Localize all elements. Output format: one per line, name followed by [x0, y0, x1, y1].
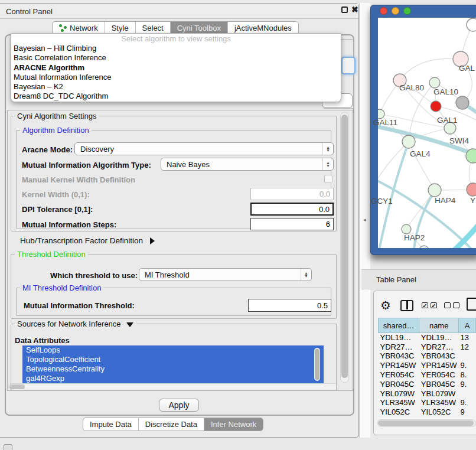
focused-combobox-fragment[interactable]: [341, 57, 356, 74]
aracne-mode-label: Aracne Mode:: [22, 145, 73, 154]
kernel-width-label: Kernel Width (0,1):: [22, 190, 90, 199]
tab-style[interactable]: Style: [105, 22, 136, 34]
data-attribute-item[interactable]: BetweennessCentrality: [22, 364, 324, 374]
hub-definition-expander[interactable]: Hub/Transcription Factor Definition: [20, 236, 155, 245]
table-row[interactable]: YLR345WYLR345W9.: [379, 398, 476, 407]
dock-panel-icon[interactable]: [4, 444, 12, 450]
split-columns-icon[interactable]: [400, 300, 413, 311]
algorithm-option[interactable]: Dream8 DC_TDC Algorithm: [11, 92, 341, 101]
table-cell: YDR27…: [419, 342, 459, 351]
dpi-tolerance-label: DPI Tolerance [0,1]:: [22, 205, 93, 214]
which-threshold-value: MI Threshold: [145, 270, 190, 279]
table-horizontal-scrollbar-thumb[interactable]: [378, 420, 474, 426]
hub-definition-label: Hub/Transcription Factor Definition: [20, 236, 143, 245]
tab-impute-data[interactable]: Impute Data: [83, 418, 139, 431]
threshold-definition-title: Threshold Definition: [15, 250, 88, 259]
node-attribute-table: shared…nameA YDL19…YDL19…13YDR27…YDR27…1…: [378, 318, 476, 417]
float-window-icon[interactable]: [341, 6, 348, 13]
tab-cyni-toolbox[interactable]: Cyni Toolbox: [171, 22, 228, 34]
which-threshold-combobox[interactable]: MI Threshold ▲▼: [139, 268, 312, 281]
network-node-y[interactable]: [467, 183, 476, 196]
close-traffic-light[interactable]: [380, 7, 387, 15]
tab-label: Impute Data: [90, 420, 132, 429]
network-node-swi4[interactable]: [466, 149, 476, 163]
data-attribute-item[interactable]: SelfLoops: [22, 345, 324, 355]
table-row[interactable]: YER054CYER054C8.: [379, 370, 476, 380]
tab-network[interactable]: Network: [53, 22, 105, 34]
algorithm-option[interactable]: Basic Correlation Inference: [11, 53, 341, 63]
table-column-header[interactable]: name: [419, 318, 459, 333]
table-cell: YIL052C: [379, 407, 419, 417]
network-node[interactable]: [456, 96, 469, 109]
manual-kernel-label: Manual Kernel Width Definition: [22, 175, 135, 184]
algorithm-option[interactable]: Bayesian – K2: [11, 82, 341, 92]
network-node[interactable]: [467, 18, 476, 31]
network-node-hap2[interactable]: [402, 224, 411, 234]
minimize-traffic-light[interactable]: [392, 7, 399, 15]
algorithm-option[interactable]: ARACNE Algorithm: [11, 63, 341, 73]
tab-label: Network: [70, 24, 98, 32]
zoom-traffic-light[interactable]: [403, 7, 411, 15]
table-column-header[interactable]: A: [459, 318, 476, 333]
table-column-header[interactable]: shared…: [379, 318, 419, 333]
apply-button[interactable]: Apply: [159, 399, 199, 412]
attributes-list-scrollbar-thumb[interactable]: [315, 349, 319, 380]
table-row[interactable]: YDL19…YDL19…13: [379, 333, 476, 343]
close-panel-icon[interactable]: ✖: [351, 5, 358, 14]
table-row[interactable]: YBR043CYBR043C: [379, 351, 476, 361]
data-attributes-label: Data Attributes: [15, 336, 70, 345]
table-cell: 13: [459, 333, 476, 343]
table-cell: [459, 389, 476, 398]
table-cell: YER054C: [379, 370, 419, 380]
table-panel-title: Table Panel: [376, 275, 416, 284]
algorithm-definition-title: Algorithm Definition: [20, 126, 92, 135]
node-label-swi4: SWI4: [449, 136, 469, 145]
table-cell: YBL079W: [419, 389, 459, 398]
settings-vertical-scrollbar-thumb[interactable]: [341, 115, 348, 378]
select-all-icon[interactable]: ✓✓: [422, 302, 437, 308]
sources-title[interactable]: Sources for Network Inference: [15, 319, 136, 328]
table-row[interactable]: YBR045CYBR045C9.: [379, 379, 476, 389]
network-node[interactable]: [431, 101, 441, 112]
network-node-gal10[interactable]: [429, 77, 440, 88]
table-cell: YDR27…: [379, 342, 419, 351]
splitter-handle-icon[interactable]: ◂: [363, 217, 366, 223]
deselect-all-icon[interactable]: [444, 302, 459, 308]
mi-threshold-field[interactable]: 0.5: [248, 299, 331, 312]
network-node-gal4[interactable]: [402, 135, 415, 148]
tab-discretize-data[interactable]: Discretize Data: [139, 418, 204, 431]
mi-steps-label: Mutual Information Steps:: [22, 220, 116, 229]
data-attribute-item[interactable]: TopologicalCoefficient: [22, 355, 324, 364]
table-row[interactable]: YBL079WYBL079W: [379, 389, 476, 398]
table-row[interactable]: YDR27…YDR27…12: [379, 342, 476, 351]
attributes-list-scrollbar[interactable]: [314, 348, 320, 381]
mi-algorithm-type-value: Naive Bayes: [167, 160, 210, 169]
algorithm-option[interactable]: Mutual Information Inference: [11, 73, 341, 82]
mi-algorithm-type-combobox[interactable]: Naive Bayes ▲▼: [161, 158, 334, 171]
network-canvas[interactable]: [378, 18, 476, 248]
table-row[interactable]: YIL052CYIL052C9: [379, 407, 476, 417]
table-cell: YER054C: [419, 370, 459, 380]
table-cell: YBR045C: [379, 379, 419, 389]
table-row[interactable]: YPR145WYPR145W9.: [379, 361, 476, 370]
gear-icon[interactable]: ⚙: [380, 298, 391, 312]
algorithm-option[interactable]: Bayesian – Hill Climbing: [11, 44, 341, 53]
data-attribute-item[interactable]: gal4RGexp: [22, 374, 324, 383]
tab-infer-network[interactable]: Infer Network: [204, 418, 263, 431]
network-node-hap4[interactable]: [428, 184, 441, 197]
network-node-gal11[interactable]: [378, 109, 384, 119]
aracne-mode-combobox[interactable]: Discovery ▲▼: [74, 142, 334, 155]
control-panel-titlebar: [0, 4, 358, 19]
table-cell: YLR345W: [379, 398, 419, 407]
table-cell: YPR145W: [379, 361, 419, 370]
dpi-tolerance-field[interactable]: 0.0: [250, 203, 334, 216]
new-table-icon[interactable]: [467, 298, 476, 311]
data-attributes-list[interactable]: SelfLoopsTopologicalCoefficientBetweenne…: [22, 345, 324, 383]
node-label-gal: GAL: [459, 64, 475, 73]
manual-kernel-checkbox[interactable]: [324, 175, 332, 183]
mi-steps-field[interactable]: 6: [250, 218, 334, 230]
tab-jactivemnodules[interactable]: jActiveMNodules: [228, 22, 298, 34]
node-label-y: Y: [470, 196, 475, 205]
kernel-width-field[interactable]: 0.0: [250, 188, 334, 200]
tab-select[interactable]: Select: [136, 22, 171, 34]
